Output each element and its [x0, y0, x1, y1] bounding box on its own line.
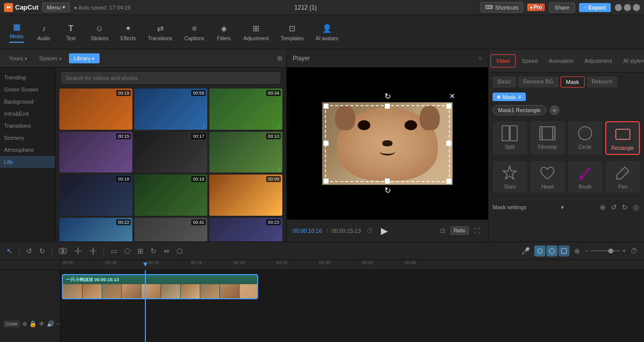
sub-tab-retouch[interactable]: Retouch: [587, 76, 617, 88]
undo-button[interactable]: ↺: [24, 245, 35, 256]
shape-brush[interactable]: Brush: [568, 161, 603, 193]
sidebar-item-trending[interactable]: Trending: [0, 71, 55, 83]
mask-rotate-bottom[interactable]: ↻: [384, 186, 391, 195]
media-thumb[interactable]: 00:18: [134, 175, 207, 216]
zoom-out-icon[interactable]: −: [585, 247, 588, 254]
sidebar-item-scenery[interactable]: Scenery: [0, 132, 55, 144]
media-thumb[interactable]: 00:23: [209, 218, 282, 241]
mask-handle-tr[interactable]: [446, 104, 451, 109]
shape-filmstrip[interactable]: Filmstrip: [530, 121, 565, 155]
tab-ai-style[interactable]: AI style+: [618, 55, 644, 67]
mask-handle-tc[interactable]: [385, 104, 390, 109]
select-tool-button[interactable]: ↖: [4, 245, 15, 256]
speed-btn-2[interactable]: [546, 245, 557, 256]
tab-animation[interactable]: Animation: [544, 55, 579, 67]
tool-captions[interactable]: ≡ Captions: [180, 20, 209, 44]
sidebar-item-green-screen[interactable]: Green Screen: [0, 83, 55, 96]
download-icon[interactable]: ↓: [203, 123, 206, 128]
mask-undo-icon[interactable]: ↺: [610, 202, 618, 212]
media-thumb[interactable]: 00:34 ↓: [209, 89, 282, 130]
minimize-button[interactable]: [615, 4, 622, 11]
shape-split[interactable]: Split: [493, 121, 527, 155]
shape-stars[interactable]: Stars: [493, 161, 527, 193]
filter-icon[interactable]: ⊞: [277, 55, 282, 62]
menu-button[interactable]: Menu ▾: [42, 3, 70, 12]
shape-button[interactable]: ⬠: [122, 245, 133, 256]
split2-button[interactable]: [71, 245, 85, 256]
media-thumb[interactable]: 00:17: [134, 132, 207, 173]
time-display-button[interactable]: ⏱: [628, 245, 640, 256]
tab-spaces[interactable]: Spaces ▾: [34, 53, 67, 63]
pro-badge[interactable]: ♦ Pro: [527, 4, 545, 11]
media-thumb[interactable]: 00:09: [209, 175, 282, 216]
search-input[interactable]: [61, 72, 280, 83]
track-audio-icon[interactable]: 🔊: [47, 320, 54, 327]
shape-rectangle[interactable]: Rectangle: [605, 121, 640, 155]
sub-tab-remove-bg[interactable]: Remove BG: [518, 76, 558, 88]
video-clip[interactable]: 一只小狗沫沫 00:00:15:13: [62, 274, 258, 299]
media-thumb[interactable]: 00:10 ↓: [209, 132, 282, 173]
mask-add-button[interactable]: +: [549, 105, 559, 115]
fit-screen-icon[interactable]: ⊡: [438, 226, 447, 235]
trim-button[interactable]: [87, 245, 100, 256]
tool-transitions[interactable]: ⇄ Transitions: [143, 20, 178, 44]
tool-media[interactable]: ▦ Media: [4, 18, 29, 46]
align-button[interactable]: ⊕: [572, 245, 583, 256]
speed-btn-1[interactable]: [534, 245, 545, 256]
mask-handle-br[interactable]: [446, 179, 451, 184]
mask-handle-mr[interactable]: [446, 141, 451, 146]
tab-yours[interactable]: Yours ▾: [4, 53, 32, 63]
tab-video[interactable]: Video: [491, 54, 516, 67]
media-thumb[interactable]: 00:15: [59, 132, 132, 173]
track-add-icon[interactable]: ⊕: [22, 320, 27, 327]
mask-handle-bc[interactable]: [385, 179, 390, 184]
play-button[interactable]: ▶: [381, 225, 388, 236]
tab-library[interactable]: Library ▾: [69, 53, 100, 63]
redo-button[interactable]: ↻: [37, 245, 48, 256]
tool-stickers[interactable]: ☺ Stickers: [86, 20, 114, 44]
tool-text[interactable]: T Text: [58, 20, 84, 44]
mask-invert-icon[interactable]: ◎: [632, 202, 640, 212]
track-lock-icon[interactable]: 🔒: [29, 320, 37, 327]
mask-pill[interactable]: Mask1 Rectangle: [493, 105, 546, 115]
ratio-button[interactable]: Ratio: [450, 226, 469, 235]
tool-filters[interactable]: ◈ Filters: [211, 20, 236, 44]
media-thumb[interactable]: 00:18: [59, 175, 132, 216]
sidebar-item-background[interactable]: Background: [0, 96, 55, 108]
tool-effects[interactable]: ✦ Effects: [116, 20, 141, 44]
zoom-slider[interactable]: [590, 250, 620, 251]
download-icon[interactable]: ↓: [278, 165, 281, 171]
mask-handle-ml[interactable]: [324, 141, 329, 146]
mask-close-handle[interactable]: ✕: [448, 92, 457, 101]
close-button[interactable]: [633, 4, 640, 11]
crop-button[interactable]: ▭: [108, 245, 120, 256]
tool-avatars[interactable]: 👤 AI avatars: [311, 20, 344, 44]
split-button[interactable]: [56, 245, 69, 256]
shape-heart[interactable]: Heart: [530, 161, 565, 193]
dupe-button[interactable]: ⊞: [135, 245, 146, 256]
sidebar-item-atmosphere[interactable]: Atmosphere: [0, 144, 55, 156]
sidebar-item-intro-end[interactable]: Intro&End: [0, 108, 55, 120]
mask-redo-icon[interactable]: ↻: [621, 202, 629, 212]
loop-button[interactable]: ↻: [148, 245, 159, 256]
cover-label[interactable]: Cover: [3, 320, 20, 327]
mask-rotate-top[interactable]: ↻: [384, 92, 391, 101]
tab-speed[interactable]: Speed: [517, 55, 543, 67]
share-button[interactable]: Share: [549, 3, 575, 13]
sub-tab-mask[interactable]: Mask: [560, 76, 585, 88]
timecode-icon[interactable]: ⏱: [367, 227, 373, 234]
mask-flip-icon[interactable]: ⊕: [599, 202, 607, 212]
media-thumb[interactable]: 00:19 ↓: [59, 89, 132, 130]
tool-adjustment[interactable]: ⊞ Adjustment: [238, 20, 274, 44]
sub-tab-basic[interactable]: Basic: [493, 76, 516, 88]
mirror-button[interactable]: ⇔: [161, 245, 172, 256]
mask-badge[interactable]: ◈ Mask ∨: [493, 93, 526, 101]
shape-circle[interactable]: Circle: [568, 121, 603, 155]
media-thumb[interactable]: 00:22: [59, 218, 132, 241]
sidebar-item-life[interactable]: Life: [0, 156, 55, 168]
track-visible-icon[interactable]: 👁: [39, 320, 45, 327]
zoom-in-icon[interactable]: +: [622, 247, 626, 254]
tab-adjustment[interactable]: Adjustment: [580, 55, 617, 67]
mask-tl-button[interactable]: ⬡: [174, 245, 185, 256]
fullscreen-icon[interactable]: ⛶: [472, 226, 482, 235]
